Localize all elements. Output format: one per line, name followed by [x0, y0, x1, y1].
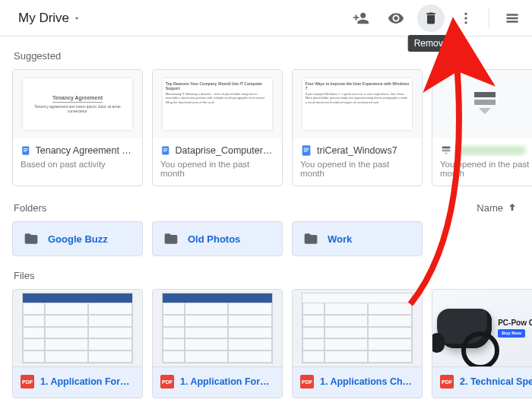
suggested-card[interactable]: Top Reasons Your Company Should Use IT C…: [152, 69, 283, 186]
stack-icon: [440, 144, 452, 157]
google-docs-icon: [160, 144, 170, 157]
remove-button[interactable]: Remove: [417, 5, 445, 32]
file-thumbnail: PC-Pow GamingBuy Now: [432, 290, 532, 367]
sort-button[interactable]: Name: [477, 201, 518, 214]
folder-card[interactable]: Old Photos: [152, 221, 283, 256]
file-card[interactable]: PDF 1. Application Form f...: [152, 289, 283, 398]
toolbar: Remove: [347, 5, 526, 32]
files-row: PDF 1. Application Form f... PDF 1. Appl…: [0, 289, 532, 398]
folders-header-row: Folders Name: [0, 186, 532, 221]
suggested-thumbnail: Four Ways to Improve the User Experience…: [293, 70, 422, 138]
folder-icon: [163, 231, 179, 246]
svg-rect-7: [162, 146, 169, 154]
svg-point-2: [464, 21, 467, 24]
section-title-folders: Folders: [14, 202, 46, 214]
svg-rect-3: [22, 146, 29, 154]
svg-point-1: [464, 17, 467, 19]
file-preview-text: PC-Pow GamingBuy Now: [498, 319, 532, 338]
svg-rect-4: [24, 148, 28, 149]
more-options-button[interactable]: [452, 5, 480, 32]
pdf-icon: PDF: [440, 375, 454, 389]
svg-rect-10: [163, 151, 166, 152]
list-view-button[interactable]: [499, 5, 526, 32]
share-button[interactable]: [347, 5, 375, 32]
suggested-thumbnail: Tenancy AgreementTenancy agreement text …: [13, 70, 142, 138]
svg-rect-15: [474, 92, 496, 97]
svg-rect-6: [24, 151, 27, 152]
svg-point-0: [464, 12, 467, 14]
svg-rect-8: [163, 148, 168, 149]
trash-icon: [423, 11, 439, 26]
svg-rect-5: [24, 150, 28, 151]
pdf-icon: PDF: [160, 375, 174, 389]
file-card[interactable]: PDF 1. Application Form f...: [12, 289, 143, 398]
svg-marker-20: [444, 153, 448, 155]
file-card[interactable]: PC-Pow GamingBuy Now PDF 2. Technical Sp…: [432, 289, 532, 398]
google-docs-icon: [21, 144, 31, 157]
svg-marker-17: [479, 108, 491, 114]
folder-icon: [303, 231, 318, 246]
more-vert-icon: [458, 11, 473, 26]
section-title-files: Files: [0, 256, 532, 289]
eye-icon: [388, 10, 404, 27]
stack-icon: [470, 90, 500, 118]
folder-card[interactable]: Work: [292, 221, 423, 256]
breadcrumb-my-drive[interactable]: My Drive: [14, 8, 86, 29]
list-view-icon: [505, 11, 520, 26]
svg-rect-14: [304, 151, 308, 152]
svg-rect-16: [474, 100, 496, 105]
file-card[interactable]: PDF 1. Applications Check...: [292, 289, 423, 398]
suggested-thumbnail: [432, 70, 532, 138]
suggested-card[interactable]: Tenancy AgreementTenancy agreement text …: [12, 69, 143, 186]
suggested-row: Tenancy AgreementTenancy agreement text …: [0, 69, 532, 186]
breadcrumb-label: My Drive: [18, 11, 69, 26]
svg-rect-19: [442, 150, 451, 152]
svg-rect-18: [442, 147, 451, 149]
suggested-name-redacted: [457, 146, 525, 155]
file-thumbnail: [153, 290, 282, 367]
toolbar-separator: [489, 8, 489, 29]
arrow-up-icon: [506, 201, 518, 214]
suggested-card[interactable]: Four Ways to Improve the User Experience…: [292, 69, 423, 186]
file-thumbnail: [293, 290, 422, 367]
svg-rect-9: [163, 150, 168, 151]
pdf-icon: PDF: [300, 375, 314, 389]
suggested-thumbnail: Top Reasons Your Company Should Use IT C…: [153, 70, 282, 138]
suggested-card[interactable]: You opened in the past month: [432, 69, 532, 186]
pdf-icon: PDF: [21, 375, 34, 389]
svg-rect-13: [304, 150, 309, 151]
file-thumbnail: [13, 290, 142, 367]
folders-row: Google Buzz Old Photos Work: [0, 221, 532, 256]
svg-rect-12: [304, 148, 309, 149]
remove-tooltip: Remove: [408, 35, 454, 52]
folder-card[interactable]: Google Buzz: [12, 221, 143, 256]
google-docs-icon: [300, 144, 312, 157]
preview-button[interactable]: [382, 5, 410, 32]
svg-rect-11: [302, 145, 311, 155]
page-header: My Drive Remove: [0, 0, 532, 36]
caret-down-icon: [72, 14, 81, 23]
share-person-plus-icon: [353, 10, 369, 27]
folder-icon: [24, 231, 39, 246]
vr-headset-image: [437, 309, 492, 348]
